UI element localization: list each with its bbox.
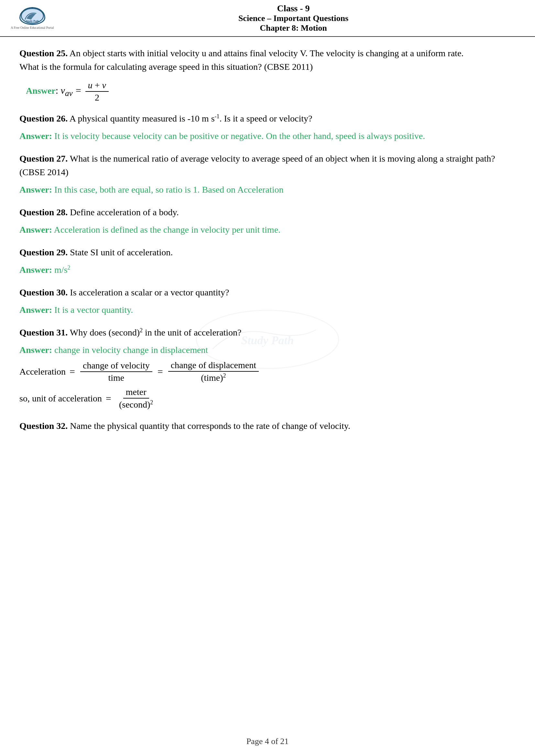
answer-31-label: Answer: [19, 345, 52, 355]
question-31-block: Question 31. Why does (second)2 in the u… [19, 326, 516, 410]
question-26-text: Question 26. A physical quantity measure… [19, 112, 516, 125]
equals-2: = [157, 366, 163, 377]
question-30-label: Question 30. [19, 287, 68, 297]
question-28-text: Question 28. Define acceleration of a bo… [19, 205, 516, 219]
formula-vav: vav = [61, 85, 84, 96]
question-31-text: Question 31. Why does (second)2 in the u… [19, 326, 516, 339]
question-32-block: Question 32. Name the physical quantity … [19, 419, 516, 433]
content-area: Question 25. An object starts with initi… [0, 37, 535, 461]
question-25-block: Question 25. An object starts with initi… [19, 46, 516, 103]
page-number: Page 4 of 21 [246, 737, 289, 746]
answer-28-label: Answer: [19, 225, 52, 235]
denominator-time2: (time)2 [198, 372, 228, 383]
unit-label: so, unit of acceleration [19, 393, 102, 404]
question-29-block: Question 29. State SI unit of accelerati… [19, 246, 516, 277]
answer-31-intro: Answer: change in velocity change in dis… [19, 343, 516, 357]
denominator-second2: (second)2 [116, 398, 155, 410]
page-header: Study Path A Free Online Educational Por… [0, 0, 535, 37]
fraction-displacement-time2: change of displacement (time)2 [168, 360, 259, 383]
numerator-displacement: change of displacement [168, 360, 259, 372]
logo-svg: Study Path [20, 8, 44, 24]
fraction-velocity-time: change of velocity time [80, 361, 152, 383]
question-29-text: Question 29. State SI unit of accelerati… [19, 246, 516, 259]
question-27-text: Question 27. What is the numerical ratio… [19, 152, 516, 179]
fraction-uv: u + v 2 [85, 80, 109, 103]
accel-label: Acceleration [19, 366, 66, 377]
question-28-label: Question 28. [19, 207, 68, 217]
fraction-denominator: 2 [92, 92, 102, 103]
question-29-label: Question 29. [19, 247, 68, 257]
logo-icon: Study Path [19, 7, 45, 25]
question-26-label: Question 26. [19, 114, 68, 123]
question-26-block: Question 26. A physical quantity measure… [19, 112, 516, 143]
question-25-text: Question 25. An object starts with initi… [19, 46, 516, 74]
answer-26-label: Answer: [19, 131, 52, 141]
equals-1: = [70, 366, 75, 377]
svg-text:Study Path: Study Path [26, 19, 39, 23]
numerator-velocity: change of velocity [80, 361, 152, 372]
fraction-numerator: u + v [85, 80, 109, 92]
question-32-text: Question 32. Name the physical quantity … [19, 419, 516, 433]
header-center: Class - 9 Science – Important Questions … [58, 3, 528, 33]
fraction-meter-second2: meter (second)2 [116, 387, 155, 410]
accel-formula-row: Acceleration = change of velocity time =… [19, 360, 516, 383]
numerator-meter: meter [123, 387, 149, 398]
answer-30-label: Answer: [19, 305, 52, 315]
page-wrapper: Study Path A Free Online Educational Por… [0, 0, 535, 756]
question-27-block: Question 27. What is the numerical ratio… [19, 152, 516, 197]
answer-28-text: Answer: Acceleration is defined as the c… [19, 223, 516, 237]
header-subject: Science – Important Questions [58, 14, 528, 23]
equals-3: = [106, 393, 111, 404]
question-31-label: Question 31. [19, 327, 68, 338]
question-30-text: Question 30. Is acceleration a scalar or… [19, 286, 516, 299]
answer-30-text: Answer: It is a vector quantity. [19, 303, 516, 317]
accel-formula-block: Acceleration = change of velocity time =… [19, 360, 516, 410]
answer-26-text: Answer: It is velocity because velocity … [19, 129, 516, 143]
answer-29-label: Answer: [19, 265, 52, 275]
header-chapter: Chapter 8: Motion [58, 23, 528, 33]
answer-27-label: Answer: [19, 185, 52, 195]
question-32-label: Question 32. [19, 421, 68, 431]
answer-25-formula: Answer: vav = u + v 2 [26, 80, 516, 103]
question-27-label: Question 27. [19, 153, 68, 164]
question-25-label: Question 25. [19, 48, 68, 58]
question-30-block: Question 30. Is acceleration a scalar or… [19, 286, 516, 317]
question-28-block: Question 28. Define acceleration of a bo… [19, 205, 516, 237]
logo-area: Study Path A Free Online Educational Por… [7, 7, 58, 29]
answer-27-text: Answer: In this case, both are equal, so… [19, 183, 516, 197]
answer-29-text: Answer: m/s2 [19, 263, 516, 277]
unit-accel-row: so, unit of acceleration = meter (second… [19, 387, 516, 410]
header-class: Class - 9 [58, 3, 528, 14]
denominator-time: time [105, 372, 127, 383]
logo-subtitle-text: A Free Online Educational Portal [11, 26, 54, 29]
page-footer: Page 4 of 21 [0, 737, 535, 746]
answer-25-label: Answer [26, 86, 56, 96]
